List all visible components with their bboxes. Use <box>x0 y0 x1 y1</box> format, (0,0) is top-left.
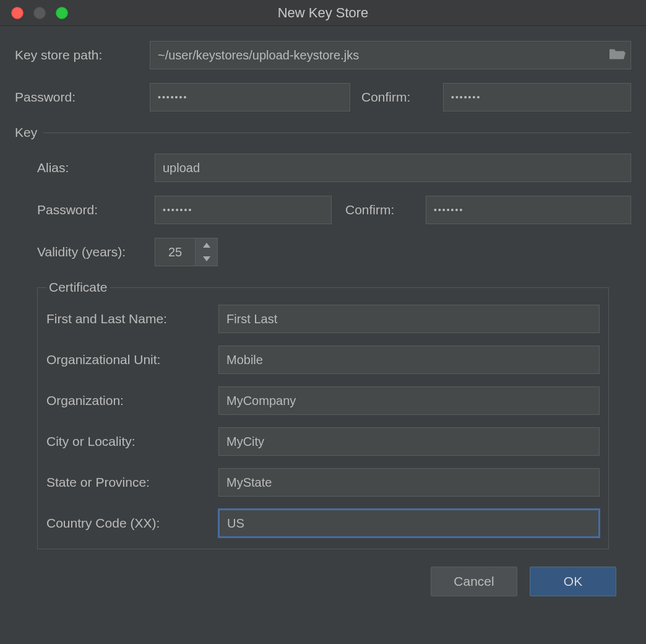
key-alias-input[interactable]: upload <box>155 154 631 182</box>
certificate-fieldset: Certificate First and Last Name: First L… <box>37 280 609 549</box>
window-titlebar: New Key Store <box>0 0 646 26</box>
cert-country-label: Country Code (XX): <box>46 516 218 531</box>
cert-country-value: US <box>227 516 244 531</box>
cert-name-value: First Last <box>226 312 277 326</box>
cert-ou-value: Mobile <box>226 353 263 367</box>
cert-country-input[interactable]: US <box>218 509 600 537</box>
keystore-confirm-label: Confirm: <box>361 90 443 105</box>
key-password-label: Password: <box>15 202 155 217</box>
keystore-path-label: Key store path: <box>15 48 150 63</box>
key-alias-label: Alias: <box>15 160 155 175</box>
validity-value[interactable]: 25 <box>155 238 196 266</box>
cert-name-input[interactable]: First Last <box>218 305 600 333</box>
validity-spinner[interactable]: 25 <box>155 238 218 266</box>
key-section-label: Key <box>15 125 43 140</box>
key-confirm-value: ••••••• <box>434 205 463 215</box>
window-title: New Key Store <box>0 5 646 21</box>
cert-state-input[interactable]: MyState <box>218 468 600 497</box>
keystore-password-input[interactable]: ••••••• <box>150 83 350 111</box>
cert-city-input[interactable]: MyCity <box>218 427 600 456</box>
cert-state-label: State or Province: <box>46 475 218 490</box>
validity-label: Validity (years): <box>15 245 155 259</box>
spinner-up-icon[interactable] <box>196 238 217 252</box>
keystore-confirm-input[interactable]: ••••••• <box>443 83 631 111</box>
cert-org-input[interactable]: MyCompany <box>218 386 600 415</box>
folder-open-icon[interactable] <box>608 47 626 64</box>
certificate-legend: Certificate <box>46 280 110 295</box>
cancel-button[interactable]: Cancel <box>431 567 517 596</box>
cert-city-label: City or Locality: <box>46 434 218 449</box>
keystore-password-value: ••••••• <box>158 92 187 102</box>
spinner-down-icon[interactable] <box>196 252 217 266</box>
key-alias-value: upload <box>163 161 200 175</box>
keystore-path-value: ~/user/keystores/upload-keystore.jks <box>158 48 359 63</box>
cert-ou-label: Organizational Unit: <box>46 352 218 367</box>
key-confirm-label: Confirm: <box>345 202 426 217</box>
cert-state-value: MyState <box>226 476 272 490</box>
cert-org-label: Organization: <box>46 393 218 408</box>
cert-org-value: MyCompany <box>226 394 296 408</box>
key-password-value: ••••••• <box>163 205 192 215</box>
key-password-input[interactable]: ••••••• <box>155 196 332 224</box>
cert-name-label: First and Last Name: <box>46 311 218 326</box>
cert-city-value: MyCity <box>226 435 264 449</box>
cert-ou-input[interactable]: Mobile <box>218 346 600 374</box>
ok-button[interactable]: OK <box>530 567 616 596</box>
keystore-confirm-value: ••••••• <box>451 92 481 102</box>
keystore-path-input[interactable]: ~/user/keystores/upload-keystore.jks <box>150 41 631 69</box>
keystore-password-label: Password: <box>15 90 150 105</box>
key-confirm-input[interactable]: ••••••• <box>426 196 631 224</box>
divider <box>43 133 631 133</box>
